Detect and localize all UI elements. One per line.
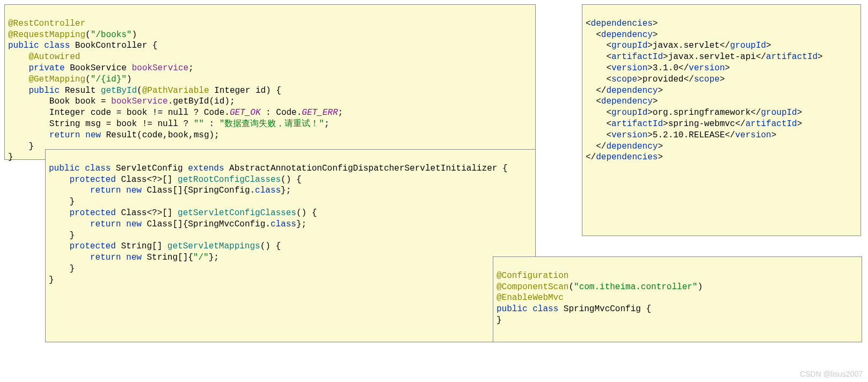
brace: { (147, 41, 157, 50)
xml-tag: scope (611, 75, 637, 84)
brace: { (497, 164, 507, 173)
annotation: @Autowired (28, 52, 80, 62)
xml-tag: artifactId (746, 119, 797, 129)
method: getServletConfigClasses (178, 208, 296, 218)
keyword: class (85, 164, 111, 173)
paren: ( (568, 282, 574, 292)
xml-tag: version (611, 130, 647, 140)
paren: () { (281, 175, 301, 185)
semi: ; (188, 63, 194, 73)
xml-value: spring-webmvc (668, 119, 735, 129)
keyword: new (126, 253, 142, 262)
brace: } (49, 275, 54, 285)
brace: { (641, 304, 651, 314)
brace: }; (209, 253, 219, 262)
keyword: new (126, 186, 142, 195)
keyword: return (90, 186, 121, 195)
paren: ( (85, 30, 91, 40)
code-block-dependencies: <dependencies> <dependency> <groupId>jav… (582, 4, 861, 236)
string: "com.itheima.controller" (574, 282, 697, 292)
xml-tag: version (735, 130, 771, 140)
xml-tag: version (689, 63, 725, 73)
paren: ) (697, 282, 703, 292)
brace: }; (281, 186, 291, 195)
class-name: SpringMvcConfig (564, 304, 641, 314)
bracket: </ (750, 108, 761, 117)
keyword: return (90, 253, 121, 262)
xml-value: 3.1.0 (653, 63, 679, 73)
bracket: > (637, 75, 643, 84)
class-name: AbstractAnnotationConfigDispatcherServle… (229, 164, 497, 173)
code-line: Result(code,book,msg); (101, 130, 220, 140)
code-line: String[]{ (142, 253, 193, 262)
xml-tag: dependencies (591, 19, 653, 28)
bracket: < (596, 97, 601, 106)
class-name: BookController (75, 41, 147, 50)
bracket: > (797, 108, 803, 117)
type: String[] (116, 241, 167, 251)
xml-tag: groupId (761, 108, 797, 117)
keyword: public (49, 164, 80, 173)
bracket: > (658, 142, 663, 151)
bracket: < (606, 41, 611, 50)
annotation: @ComponentScan (497, 282, 568, 292)
string: "/{id}" (91, 75, 127, 84)
xml-tag: dependency (606, 142, 658, 151)
bracket: </ (725, 130, 735, 140)
bracket: < (606, 75, 611, 84)
xml-tag: version (611, 63, 647, 73)
code-block-book-controller: @RestController @RequestMapping("/books"… (4, 4, 536, 160)
method: getRootConfigClasses (178, 175, 281, 185)
xml-tag: dependencies (596, 152, 658, 162)
xml-tag: artifactId (611, 52, 663, 62)
paren: ) (127, 75, 132, 84)
bracket: > (818, 52, 823, 62)
xml-tag: groupId (611, 108, 647, 117)
bracket: > (647, 63, 653, 73)
keyword: class (44, 41, 70, 50)
bracket: > (647, 41, 653, 50)
bracket: > (725, 63, 730, 73)
annotation: @GetMapping (28, 75, 85, 84)
paren: ) (132, 30, 137, 40)
bracket: > (647, 130, 653, 140)
semi: ; (324, 119, 330, 129)
xml-value: 5.2.10.RELEASE (653, 130, 725, 140)
brace: } (49, 231, 75, 240)
code-block-servlet-config: public class ServletConfig extends Abstr… (45, 149, 536, 342)
params: Integer id) { (209, 86, 281, 96)
bracket: > (658, 152, 663, 162)
xml-value: javax.servlet (653, 41, 720, 50)
code-block-spring-mvc-config: @Configuration @ComponentScan("com.ithei… (493, 256, 862, 342)
bracket: < (606, 119, 611, 129)
brace: } (8, 152, 13, 162)
code-line: : (204, 119, 220, 129)
bracket: </ (720, 41, 730, 50)
xml-value: org.springframework (653, 108, 750, 117)
bracket: > (797, 119, 803, 129)
annotation: @PathVariable (142, 86, 209, 96)
keyword: protected (69, 241, 115, 251)
field: bookService (132, 63, 188, 73)
bracket: > (766, 41, 771, 50)
xml-value: javax.servlet-api (668, 52, 756, 62)
keyword: public (497, 304, 528, 314)
paren: () { (260, 241, 281, 251)
bracket: > (658, 86, 663, 96)
string: "" (194, 119, 204, 129)
bracket: </ (683, 75, 694, 84)
bracket: </ (596, 142, 606, 151)
annotation: @RequestMapping (8, 30, 85, 40)
bracket: </ (679, 63, 689, 73)
bracket: > (663, 52, 668, 62)
watermark: CSDN @lisus2007 (800, 369, 863, 379)
paren: ( (137, 86, 142, 96)
keyword: public (8, 41, 39, 50)
bracket: > (653, 30, 658, 40)
xml-tag: groupId (611, 41, 647, 50)
field-ref: bookService (111, 97, 168, 106)
constant: GET_OK (230, 108, 261, 117)
keyword: class (255, 186, 281, 195)
brace: } (8, 142, 34, 151)
bracket: > (771, 130, 777, 140)
